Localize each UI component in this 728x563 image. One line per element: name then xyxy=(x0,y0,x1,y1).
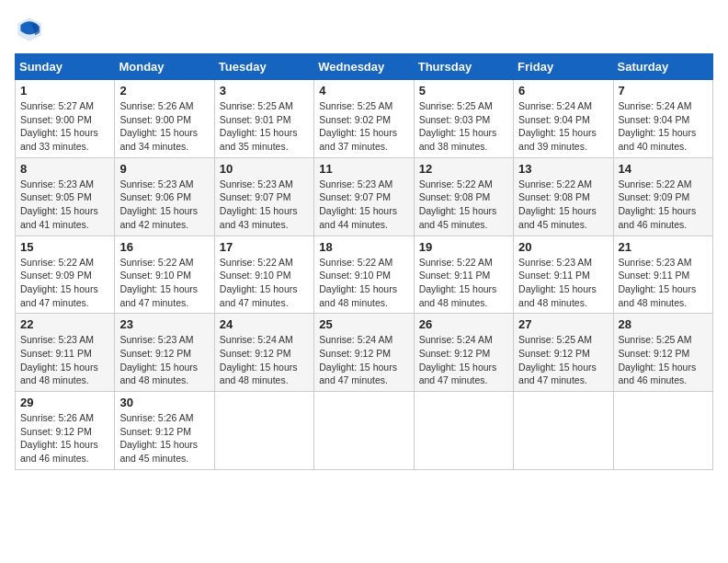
day-number: 20 xyxy=(518,240,608,254)
day-number: 8 xyxy=(20,162,109,176)
day-info: Sunrise: 5:23 AM Sunset: 9:07 PM Dayligh… xyxy=(220,178,309,232)
calendar-cell xyxy=(414,392,513,470)
day-number: 16 xyxy=(119,240,209,254)
weekday-header-monday: Monday xyxy=(115,54,214,80)
calendar-cell: 20 Sunrise: 5:23 AM Sunset: 9:11 PM Dayl… xyxy=(514,236,613,314)
day-number: 18 xyxy=(319,240,408,254)
day-info: Sunrise: 5:26 AM Sunset: 9:12 PM Dayligh… xyxy=(20,411,109,465)
weekday-header-thursday: Thursday xyxy=(414,54,513,80)
calendar-cell: 16 Sunrise: 5:22 AM Sunset: 9:10 PM Dayl… xyxy=(115,236,214,314)
day-number: 26 xyxy=(419,317,508,331)
logo-icon xyxy=(15,15,44,44)
day-info: Sunrise: 5:23 AM Sunset: 9:06 PM Dayligh… xyxy=(119,178,209,232)
day-info: Sunrise: 5:25 AM Sunset: 9:12 PM Dayligh… xyxy=(619,333,708,387)
calendar-cell xyxy=(613,392,712,470)
calendar-cell: 6 Sunrise: 5:24 AM Sunset: 9:04 PM Dayli… xyxy=(514,80,613,158)
day-info: Sunrise: 5:24 AM Sunset: 9:12 PM Dayligh… xyxy=(419,333,508,387)
day-number: 12 xyxy=(419,162,508,176)
calendar-cell: 10 Sunrise: 5:23 AM Sunset: 9:07 PM Dayl… xyxy=(214,157,313,236)
calendar-cell: 27 Sunrise: 5:25 AM Sunset: 9:12 PM Dayl… xyxy=(514,314,613,392)
calendar-cell: 24 Sunrise: 5:24 AM Sunset: 9:12 PM Dayl… xyxy=(214,314,313,392)
day-info: Sunrise: 5:24 AM Sunset: 9:12 PM Dayligh… xyxy=(319,333,408,387)
day-number: 22 xyxy=(20,317,109,331)
day-info: Sunrise: 5:27 AM Sunset: 9:00 PM Dayligh… xyxy=(20,99,109,154)
day-info: Sunrise: 5:22 AM Sunset: 9:08 PM Dayligh… xyxy=(419,178,508,232)
calendar-week-row: 29 Sunrise: 5:26 AM Sunset: 9:12 PM Dayl… xyxy=(16,392,713,470)
calendar-week-row: 15 Sunrise: 5:22 AM Sunset: 9:09 PM Dayl… xyxy=(16,236,713,314)
calendar-cell: 21 Sunrise: 5:23 AM Sunset: 9:11 PM Dayl… xyxy=(613,236,712,314)
day-info: Sunrise: 5:23 AM Sunset: 9:11 PM Dayligh… xyxy=(518,256,608,310)
day-info: Sunrise: 5:22 AM Sunset: 9:11 PM Dayligh… xyxy=(419,256,508,310)
calendar-cell: 19 Sunrise: 5:22 AM Sunset: 9:11 PM Dayl… xyxy=(414,236,513,314)
day-info: Sunrise: 5:22 AM Sunset: 9:10 PM Dayligh… xyxy=(319,256,408,310)
calendar-cell: 17 Sunrise: 5:22 AM Sunset: 9:10 PM Dayl… xyxy=(214,236,313,314)
weekday-header-tuesday: Tuesday xyxy=(214,54,313,80)
calendar-cell: 28 Sunrise: 5:25 AM Sunset: 9:12 PM Dayl… xyxy=(613,314,712,392)
day-number: 7 xyxy=(619,84,708,98)
day-info: Sunrise: 5:25 AM Sunset: 9:03 PM Dayligh… xyxy=(419,99,508,154)
day-number: 24 xyxy=(220,317,309,331)
day-number: 13 xyxy=(518,162,608,176)
day-number: 1 xyxy=(20,84,109,98)
calendar-cell: 30 Sunrise: 5:26 AM Sunset: 9:12 PM Dayl… xyxy=(115,392,214,470)
day-info: Sunrise: 5:23 AM Sunset: 9:12 PM Dayligh… xyxy=(119,333,209,387)
calendar-cell: 5 Sunrise: 5:25 AM Sunset: 9:03 PM Dayli… xyxy=(414,80,513,158)
day-number: 30 xyxy=(119,396,209,409)
day-number: 21 xyxy=(619,240,708,254)
calendar-cell xyxy=(514,392,613,470)
calendar-cell: 1 Sunrise: 5:27 AM Sunset: 9:00 PM Dayli… xyxy=(16,80,115,158)
weekday-header-row: SundayMondayTuesdayWednesdayThursdayFrid… xyxy=(16,54,713,80)
weekday-header-saturday: Saturday xyxy=(613,54,712,80)
day-number: 27 xyxy=(518,317,608,331)
day-number: 25 xyxy=(319,317,408,331)
calendar-week-row: 8 Sunrise: 5:23 AM Sunset: 9:05 PM Dayli… xyxy=(16,157,713,236)
calendar-cell: 15 Sunrise: 5:22 AM Sunset: 9:09 PM Dayl… xyxy=(16,236,115,314)
calendar-cell: 9 Sunrise: 5:23 AM Sunset: 9:06 PM Dayli… xyxy=(115,157,214,236)
weekday-header-sunday: Sunday xyxy=(16,54,115,80)
calendar-cell: 14 Sunrise: 5:22 AM Sunset: 9:09 PM Dayl… xyxy=(613,157,712,236)
day-number: 9 xyxy=(119,162,209,176)
day-number: 19 xyxy=(419,240,508,254)
calendar-cell: 18 Sunrise: 5:22 AM Sunset: 9:10 PM Dayl… xyxy=(314,236,414,314)
calendar-cell: 26 Sunrise: 5:24 AM Sunset: 9:12 PM Dayl… xyxy=(414,314,513,392)
weekday-header-wednesday: Wednesday xyxy=(314,54,414,80)
day-number: 11 xyxy=(319,162,408,176)
day-number: 5 xyxy=(419,84,508,98)
day-info: Sunrise: 5:24 AM Sunset: 9:12 PM Dayligh… xyxy=(220,333,309,387)
calendar-cell: 8 Sunrise: 5:23 AM Sunset: 9:05 PM Dayli… xyxy=(16,157,115,236)
day-info: Sunrise: 5:23 AM Sunset: 9:11 PM Dayligh… xyxy=(20,333,109,387)
day-info: Sunrise: 5:25 AM Sunset: 9:01 PM Dayligh… xyxy=(220,99,309,154)
day-info: Sunrise: 5:24 AM Sunset: 9:04 PM Dayligh… xyxy=(518,99,608,154)
day-info: Sunrise: 5:22 AM Sunset: 9:10 PM Dayligh… xyxy=(119,256,209,310)
weekday-header-friday: Friday xyxy=(514,54,613,80)
day-info: Sunrise: 5:22 AM Sunset: 9:10 PM Dayligh… xyxy=(220,256,309,310)
day-number: 28 xyxy=(619,317,708,331)
day-info: Sunrise: 5:25 AM Sunset: 9:12 PM Dayligh… xyxy=(518,333,608,387)
day-number: 14 xyxy=(619,162,708,176)
calendar-cell: 25 Sunrise: 5:24 AM Sunset: 9:12 PM Dayl… xyxy=(314,314,414,392)
day-number: 10 xyxy=(220,162,309,176)
day-info: Sunrise: 5:23 AM Sunset: 9:11 PM Dayligh… xyxy=(619,256,708,310)
calendar-cell: 4 Sunrise: 5:25 AM Sunset: 9:02 PM Dayli… xyxy=(314,80,414,158)
calendar-cell: 12 Sunrise: 5:22 AM Sunset: 9:08 PM Dayl… xyxy=(414,157,513,236)
calendar-table: SundayMondayTuesdayWednesdayThursdayFrid… xyxy=(15,53,713,470)
calendar-cell xyxy=(214,392,313,470)
page-header xyxy=(15,15,713,44)
day-info: Sunrise: 5:22 AM Sunset: 9:09 PM Dayligh… xyxy=(619,178,708,232)
day-number: 3 xyxy=(220,84,309,98)
day-info: Sunrise: 5:23 AM Sunset: 9:07 PM Dayligh… xyxy=(319,178,408,232)
day-info: Sunrise: 5:22 AM Sunset: 9:09 PM Dayligh… xyxy=(20,256,109,310)
calendar-cell: 23 Sunrise: 5:23 AM Sunset: 9:12 PM Dayl… xyxy=(115,314,214,392)
calendar-week-row: 22 Sunrise: 5:23 AM Sunset: 9:11 PM Dayl… xyxy=(16,314,713,392)
calendar-week-row: 1 Sunrise: 5:27 AM Sunset: 9:00 PM Dayli… xyxy=(16,80,713,158)
calendar-cell: 11 Sunrise: 5:23 AM Sunset: 9:07 PM Dayl… xyxy=(314,157,414,236)
calendar-cell: 7 Sunrise: 5:24 AM Sunset: 9:04 PM Dayli… xyxy=(613,80,712,158)
calendar-cell xyxy=(314,392,414,470)
logo xyxy=(15,15,48,44)
day-info: Sunrise: 5:26 AM Sunset: 9:12 PM Dayligh… xyxy=(119,411,209,465)
day-info: Sunrise: 5:26 AM Sunset: 9:00 PM Dayligh… xyxy=(119,99,209,154)
day-info: Sunrise: 5:22 AM Sunset: 9:08 PM Dayligh… xyxy=(518,178,608,232)
day-info: Sunrise: 5:23 AM Sunset: 9:05 PM Dayligh… xyxy=(20,178,109,232)
calendar-cell: 22 Sunrise: 5:23 AM Sunset: 9:11 PM Dayl… xyxy=(16,314,115,392)
day-number: 23 xyxy=(119,317,209,331)
